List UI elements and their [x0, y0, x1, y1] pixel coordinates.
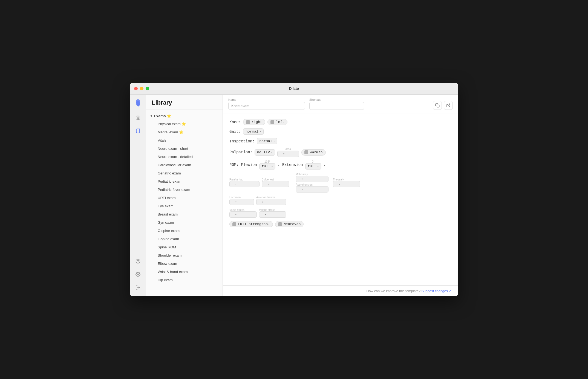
gait-dropdown[interactable]: normal ▾ — [243, 128, 264, 135]
apprehension-group: Apprehension ▾ — [296, 183, 328, 193]
sidebar-item-shoulder[interactable]: Shoulder exam — [148, 251, 221, 259]
export-button[interactable] — [444, 101, 453, 110]
valgus-dropdown[interactable]: ▾ — [259, 211, 286, 218]
thessaly-dropdown[interactable]: ▾ — [333, 181, 360, 187]
tests-row-1: Patellar tap ▾ Bulge test ▾ — [229, 173, 452, 193]
suggest-changes-link[interactable]: Suggest changes ↗ — [421, 289, 452, 293]
shortcut-label: Shortcut — [309, 98, 364, 101]
footer-bar: How can we improve this template? Sugges… — [223, 285, 458, 296]
sidebar-item-urti[interactable]: URTI exam — [148, 194, 221, 202]
extension-dropdown[interactable]: full ▾ — [305, 163, 321, 170]
extension-angle-label: 0° — [312, 160, 315, 163]
sidebar-item-pediatric[interactable]: Pediatric exam — [148, 177, 221, 185]
sidebar-item-geriatric[interactable]: Geriatric exam — [148, 169, 221, 177]
sidebar-nav — [130, 95, 146, 296]
name-input[interactable] — [228, 102, 305, 110]
category-label: Exams ⭐ — [154, 114, 171, 118]
editor-area: Knee: right left Gait: normal ▾ — [223, 113, 458, 285]
varus-dropdown[interactable]: ▾ — [229, 211, 257, 218]
chevron-down-icon: ▾ — [265, 213, 266, 216]
chevron-down-icon: ▾ — [271, 165, 273, 168]
nav-logout[interactable] — [132, 282, 143, 293]
ant-drawer-group: Anterior drawer ▾ — [256, 196, 286, 205]
svg-rect-4 — [437, 105, 439, 107]
header-actions — [433, 101, 453, 110]
patellar-tap-group: Patellar tap ▾ — [229, 178, 260, 187]
mcmurray-dropdown[interactable]: ▾ — [296, 176, 328, 182]
tests-row-2: Lachman ▾ Anterior drawer ▾ — [229, 196, 452, 205]
left-pill[interactable]: left — [267, 119, 287, 125]
sidebar-item-neuro-short[interactable]: Neuro exam - short — [148, 145, 221, 153]
nav-help[interactable] — [132, 256, 143, 267]
flexion-value: full — [262, 164, 270, 168]
app-window: Dilato — [130, 83, 458, 296]
neurovas-pill[interactable]: Neurovas — [275, 221, 304, 227]
lachman-group: Lachman ▾ — [229, 196, 254, 205]
gait-value: normal — [246, 130, 258, 134]
sidebar-item-wrist[interactable]: Wrist & hand exam — [148, 268, 221, 276]
inspection-value: normal — [259, 139, 272, 143]
nav-bottom-group — [132, 256, 143, 293]
bulge-test-dropdown[interactable]: ▾ — [262, 181, 289, 187]
nav-home[interactable] — [132, 112, 143, 123]
svg-line-5 — [448, 104, 450, 106]
chevron-down-icon: ▾ — [267, 183, 269, 186]
palpation-dropdown[interactable]: no TTP ▾ — [255, 149, 275, 156]
apprehension-dropdown[interactable]: ▾ — [296, 186, 328, 193]
patellar-tap-dropdown[interactable]: ▾ — [229, 181, 260, 187]
main-content: Name Shortcut — [223, 95, 458, 296]
traffic-lights — [134, 87, 149, 90]
name-label: Name — [228, 98, 305, 101]
nav-library[interactable] — [132, 125, 143, 136]
strengths-row: Full strengths. Neurovas — [229, 221, 452, 227]
minimize-button[interactable] — [140, 87, 143, 90]
ant-drawer-dropdown[interactable]: ▾ — [256, 199, 286, 205]
close-button[interactable] — [134, 87, 138, 90]
chevron-down-icon: ▾ — [262, 200, 264, 204]
nav-settings[interactable] — [132, 269, 143, 280]
chevron-down-icon: ▾ — [317, 165, 319, 168]
lachman-dropdown[interactable]: ▾ — [229, 199, 254, 205]
chevron-down-icon: ▾ — [235, 200, 237, 204]
warmth-label: warmth — [310, 150, 323, 154]
app-body: Library ▾ Exams ⭐ Physical exam ⭐ Mental… — [130, 95, 458, 296]
sidebar-item-gyn[interactable]: Gyn exam — [148, 219, 221, 226]
sidebar-item-neuro-detailed[interactable]: Neuro exam - detailed — [148, 153, 221, 161]
copy-button[interactable] — [433, 101, 442, 110]
svg-point-2 — [137, 274, 139, 275]
sidebar-item-pediatric-fever[interactable]: Pediatric fever exam — [148, 186, 221, 194]
sidebar-item-mental-exam[interactable]: Mental exam ⭐ — [148, 128, 221, 136]
sidebar-item-hip[interactable]: Hip exam — [148, 276, 221, 284]
improve-text: How can we improve this template? — [367, 289, 420, 293]
inspection-dropdown[interactable]: normal ▾ — [257, 138, 277, 144]
rom-label: ROM: Flexion — [229, 163, 257, 167]
sidebar-item-breast[interactable]: Breast exam — [148, 210, 221, 218]
chevron-down-icon: ▾ — [301, 188, 303, 191]
category-exams[interactable]: ▾ Exams ⭐ — [146, 112, 223, 120]
varus-group: Varus stress ▾ — [229, 208, 257, 218]
sidebar-item-lspine[interactable]: L-spine exam — [148, 235, 221, 243]
maximize-button[interactable] — [146, 87, 149, 90]
mcmurray-label: McMurray — [296, 173, 328, 176]
palpation-value: no TTP — [257, 150, 270, 154]
sidebar-item-cardiovascular[interactable]: Cardiovascular exam — [148, 161, 221, 169]
full-strengths-pill[interactable]: Full strengths. — [229, 221, 273, 227]
thessaly-group: Thessaly ▾ — [333, 178, 360, 187]
knee-row: Knee: right left — [229, 119, 452, 125]
sidebar-item-elbow[interactable]: Elbow exam — [148, 260, 221, 268]
warmth-pill[interactable]: warmth — [301, 149, 326, 156]
right-checkbox — [246, 120, 250, 124]
chevron-down-icon: ▾ — [271, 151, 273, 154]
flexion-dropdown[interactable]: full ▾ — [259, 163, 275, 170]
shortcut-input[interactable] — [309, 102, 364, 110]
sidebar-item-physical-exam[interactable]: Physical exam ⭐ — [148, 120, 221, 128]
sidebar-item-cspine[interactable]: C-spine exam — [148, 227, 221, 235]
area-dropdown[interactable]: ▾ — [277, 151, 299, 157]
sidebar-item-eye[interactable]: Eye exam — [148, 202, 221, 210]
left-checkbox — [270, 120, 274, 124]
right-label: right — [252, 120, 262, 124]
sidebar-item-spine-rom[interactable]: Spine ROM — [148, 243, 221, 251]
right-pill[interactable]: right — [243, 119, 265, 125]
thessaly-label: Thessaly — [333, 178, 360, 181]
sidebar-item-vitals[interactable]: Vitals — [148, 136, 221, 144]
